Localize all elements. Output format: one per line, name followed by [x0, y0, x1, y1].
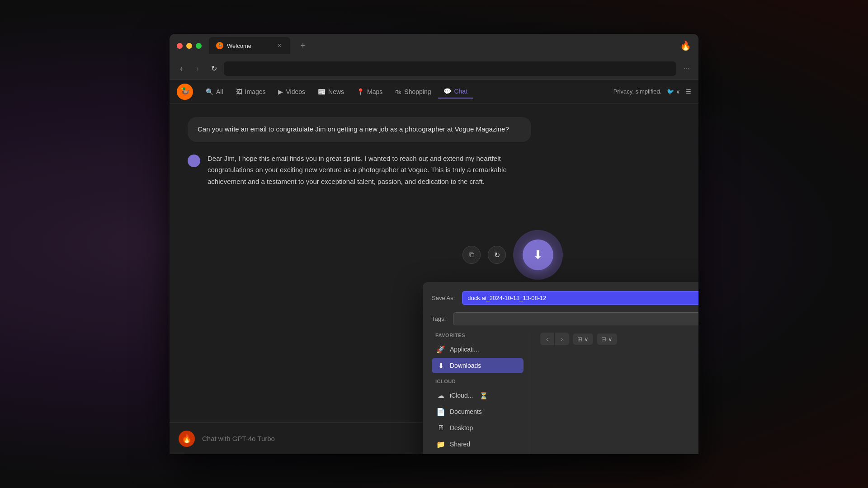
file-sidebar: Favorites 🚀 Applicati... ⬇ Downloads iCl… — [432, 333, 531, 454]
navigation-bar: 🦆 🔍 All 🖼 Images ▶ Videos 📰 News 📍 Maps … — [170, 80, 698, 103]
icloud-section-title: iCloud — [432, 379, 524, 384]
title-bar: 🦆 Welcome ✕ + 🔥 — [170, 34, 698, 57]
sidebar-item-label: Downloads — [450, 362, 481, 369]
nav-item-shopping[interactable]: 🛍 Shopping — [390, 85, 436, 98]
menu-button[interactable]: ☰ — [686, 88, 691, 95]
browser-flame-icon[interactable]: 🔥 — [680, 40, 691, 51]
list-view-chevron: ∨ — [608, 336, 613, 343]
tab-title: Welcome — [227, 42, 272, 49]
sidebar-item-applications[interactable]: 🚀 Applicati... — [432, 342, 524, 357]
file-browser: Favorites 🚀 Applicati... ⬇ Downloads iCl… — [432, 333, 698, 454]
copy-button[interactable]: ⧉ — [462, 246, 481, 264]
news-icon: 📰 — [318, 88, 326, 95]
sidebar-item-label: iCloud... — [450, 392, 473, 399]
sidebar-item-downloads[interactable]: ⬇ Downloads — [432, 358, 524, 373]
tab-close-button[interactable]: ✕ — [276, 42, 283, 49]
twitter-button[interactable]: 🐦 ∨ — [667, 88, 680, 95]
chat-area: Can you write an email to congratulate J… — [170, 103, 698, 201]
new-tab-button[interactable]: + — [296, 38, 310, 53]
nav-item-news[interactable]: 📰 News — [312, 85, 349, 98]
tab-favicon: 🦆 — [216, 42, 223, 49]
regenerate-button[interactable]: ↻ — [488, 246, 506, 264]
chat-icon: 💬 — [443, 88, 451, 95]
shopping-icon: 🛍 — [395, 88, 401, 95]
save-dialog: Save As: Tags: Favorites 🚀 Applicati... … — [423, 282, 698, 454]
more-options-button[interactable]: ··· — [680, 63, 693, 75]
nav-item-videos[interactable]: ▶ Videos — [273, 85, 311, 98]
images-icon: 🖼 — [236, 88, 242, 95]
save-as-label: Save As: — [432, 295, 455, 301]
sidebar-item-icloud[interactable]: ☁ iCloud... ⏳ — [432, 388, 524, 403]
list-view-button[interactable]: ⊟ ∨ — [597, 333, 617, 345]
nav-item-all[interactable]: 🔍 All — [200, 85, 229, 98]
sidebar-item-label: Documents — [450, 408, 482, 415]
close-traffic-light[interactable] — [177, 43, 183, 49]
download-circle-bg: ⬇ — [513, 230, 563, 280]
favorites-section-title: Favorites — [432, 333, 524, 338]
nav-item-chat[interactable]: 💬 Chat — [438, 85, 473, 99]
download-button[interactable]: ⬇ — [523, 239, 553, 270]
duckduckgo-logo[interactable]: 🦆 — [177, 84, 193, 100]
file-main-area: ‹ › ⊞ ∨ ⊟ ∨ ⬇ Downloa — [531, 333, 698, 454]
tags-input[interactable] — [453, 312, 698, 325]
ai-avatar — [188, 155, 200, 167]
address-bar: ‹ › ↻ ··· — [170, 57, 698, 80]
chat-avatar: 🔥 — [179, 431, 195, 447]
icon-view-button[interactable]: ⊞ ∨ — [573, 333, 593, 345]
icon-view-icon: ⊞ — [577, 336, 582, 343]
save-as-input[interactable] — [462, 291, 698, 305]
file-toolbar: ‹ › ⊞ ∨ ⊟ ∨ ⬇ Downloa — [540, 333, 698, 345]
maps-icon: 📍 — [357, 88, 364, 95]
tags-row: Tags: — [432, 312, 698, 325]
applications-icon: 🚀 — [436, 345, 445, 354]
traffic-lights — [177, 43, 202, 49]
documents-icon: 📄 — [436, 407, 445, 416]
back-button[interactable]: ‹ — [175, 62, 188, 75]
ai-response-text: Dear Jim, I hope this email finds you in… — [208, 153, 531, 188]
tags-label: Tags: — [432, 315, 446, 322]
downloads-icon: ⬇ — [436, 361, 445, 370]
reload-button[interactable]: ↻ — [208, 62, 220, 75]
minimize-traffic-light[interactable] — [186, 43, 192, 49]
privacy-button[interactable]: Privacy, simplified. — [613, 88, 662, 95]
action-buttons: ⧉ ↻ ⬇ — [462, 230, 563, 280]
icon-view-chevron: ∨ — [584, 336, 589, 343]
url-input[interactable] — [224, 61, 676, 76]
videos-icon: ▶ — [278, 88, 283, 95]
sidebar-item-documents[interactable]: 📄 Documents — [432, 404, 524, 419]
ai-response-container: Dear Jim, I hope this email finds you in… — [188, 153, 531, 188]
desktop-icon: 🖥 — [436, 423, 445, 432]
sidebar-item-shared[interactable]: 📁 Shared — [432, 436, 524, 452]
sidebar-item-label: Desktop — [450, 424, 473, 432]
sidebar-item-label: Applicati... — [450, 346, 479, 353]
forward-button[interactable]: › — [191, 62, 204, 75]
save-as-row: Save As: — [432, 291, 698, 305]
icloud-icon: ☁ — [436, 391, 445, 400]
user-message: Can you write an email to congratulate J… — [188, 117, 531, 142]
nav-right-controls: Privacy, simplified. 🐦 ∨ ☰ — [613, 88, 691, 95]
nav-item-images[interactable]: 🖼 Images — [231, 85, 271, 98]
main-content: Can you write an email to congratulate J… — [170, 103, 698, 454]
shared-icon: 📁 — [436, 440, 445, 449]
nav-item-maps[interactable]: 📍 Maps — [351, 85, 388, 98]
sidebar-item-label: Shared — [450, 441, 470, 448]
file-back-button[interactable]: ‹ — [540, 333, 555, 345]
browser-window: 🦆 Welcome ✕ + 🔥 ‹ › ↻ ··· 🦆 🔍 All 🖼 Imag… — [170, 34, 698, 454]
file-nav-arrows: ‹ › — [540, 333, 569, 345]
sidebar-item-desktop[interactable]: 🖥 Desktop — [432, 420, 524, 436]
search-icon: 🔍 — [206, 88, 213, 95]
maximize-traffic-light[interactable] — [196, 43, 202, 49]
file-forward-button[interactable]: › — [555, 333, 569, 345]
browser-tab[interactable]: 🦆 Welcome ✕ — [209, 37, 290, 54]
list-view-icon: ⊟ — [601, 336, 606, 343]
